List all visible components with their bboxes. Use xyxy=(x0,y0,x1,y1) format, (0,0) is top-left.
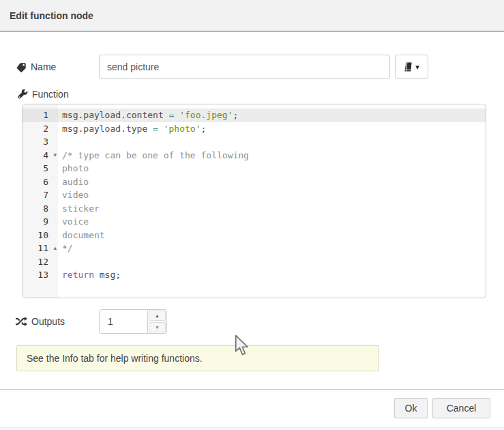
code-line-text: /* type can be one of the following xyxy=(58,149,486,162)
shuffle-icon xyxy=(16,317,27,326)
code-line: 9voice xyxy=(23,215,486,229)
dialog-title: Edit function node xyxy=(10,10,93,21)
code-line: 7video xyxy=(23,188,486,202)
name-label: Name xyxy=(16,55,56,79)
code-line: 2msg.payload.type = 'photo'; xyxy=(23,122,486,136)
line-number: 1 xyxy=(23,109,58,122)
code-line-text: sticker xyxy=(58,202,486,216)
line-number: 3 xyxy=(23,135,58,149)
code-line-text: */ xyxy=(58,242,486,255)
page-bottom-edge xyxy=(0,427,504,430)
code-line-text: audio xyxy=(58,175,486,189)
code-line-text xyxy=(58,255,486,269)
line-number: 8 xyxy=(23,202,58,216)
line-number: 11▴ xyxy=(23,242,58,255)
function-label: Function xyxy=(18,87,69,101)
code-line-text: return msg; xyxy=(58,268,486,282)
outputs-label: Outputs xyxy=(16,309,65,334)
code-line-text: msg.payload.type = 'photo'; xyxy=(58,122,486,136)
footer-divider xyxy=(0,389,504,390)
line-number: 6 xyxy=(23,175,58,189)
function-code-editor[interactable]: 1msg.payload.content = 'foo.jpeg';2msg.p… xyxy=(22,104,486,298)
book-icon xyxy=(404,62,413,72)
form-tip-text: See the Info tab for help writing functi… xyxy=(27,353,203,364)
dialog-header: Edit function node xyxy=(0,0,504,32)
caret-down-icon: ▾ xyxy=(415,63,419,71)
code-line: 13return msg; xyxy=(23,268,486,282)
line-number: 2 xyxy=(23,122,58,136)
code-line-text: photo xyxy=(58,162,486,175)
spinner-down-button[interactable]: ▼ xyxy=(149,322,166,332)
caret-down-icon: ▼ xyxy=(155,325,160,330)
library-button[interactable]: ▾ xyxy=(395,55,428,79)
ok-button[interactable]: Ok xyxy=(394,398,428,418)
code-line: 4▾/* type can be one of the following xyxy=(23,149,486,162)
form-tip: See the Info tab for help writing functi… xyxy=(16,345,379,371)
outputs-label-text: Outputs xyxy=(31,316,65,327)
line-number: 13 xyxy=(23,268,58,282)
code-line-text: video xyxy=(58,188,486,202)
code-line-text: msg.payload.content = 'foo.jpeg'; xyxy=(58,109,486,122)
code-line: 6audio xyxy=(23,175,486,189)
wrench-icon xyxy=(18,89,28,100)
name-label-text: Name xyxy=(31,61,56,72)
spinner-buttons: ▲ ▼ xyxy=(147,310,166,333)
code-line: 10document xyxy=(23,229,486,242)
tag-icon xyxy=(16,62,27,72)
caret-up-icon: ▲ xyxy=(155,313,160,318)
code-line: 3 xyxy=(23,135,486,149)
fold-close-icon[interactable]: ▴ xyxy=(53,242,57,255)
code-line-text: voice xyxy=(58,215,486,229)
code-line: 11▴*/ xyxy=(23,242,486,255)
code-line: 5photo xyxy=(23,162,486,175)
function-label-text: Function xyxy=(32,89,69,100)
code-line: 1msg.payload.content = 'foo.jpeg'; xyxy=(23,109,486,122)
code-lines: 1msg.payload.content = 'foo.jpeg';2msg.p… xyxy=(23,109,486,282)
code-line: 12 xyxy=(23,255,486,269)
line-number: 9 xyxy=(23,215,58,229)
line-number: 5 xyxy=(23,162,58,175)
outputs-spinner: ▲ ▼ xyxy=(99,309,167,334)
code-line-text xyxy=(58,135,486,149)
fold-open-icon[interactable]: ▾ xyxy=(53,149,57,162)
code-line: 8sticker xyxy=(23,202,486,216)
line-number: 12 xyxy=(23,255,58,269)
cancel-button[interactable]: Cancel xyxy=(432,398,490,418)
line-number: 10 xyxy=(23,229,58,242)
spinner-up-button[interactable]: ▲ xyxy=(149,311,166,321)
code-line-text: document xyxy=(58,229,486,242)
cancel-button-label: Cancel xyxy=(447,403,477,414)
line-number: 4▾ xyxy=(23,149,58,162)
name-input[interactable] xyxy=(99,55,390,79)
line-number: 7 xyxy=(23,188,58,202)
ok-button-label: Ok xyxy=(405,403,417,414)
